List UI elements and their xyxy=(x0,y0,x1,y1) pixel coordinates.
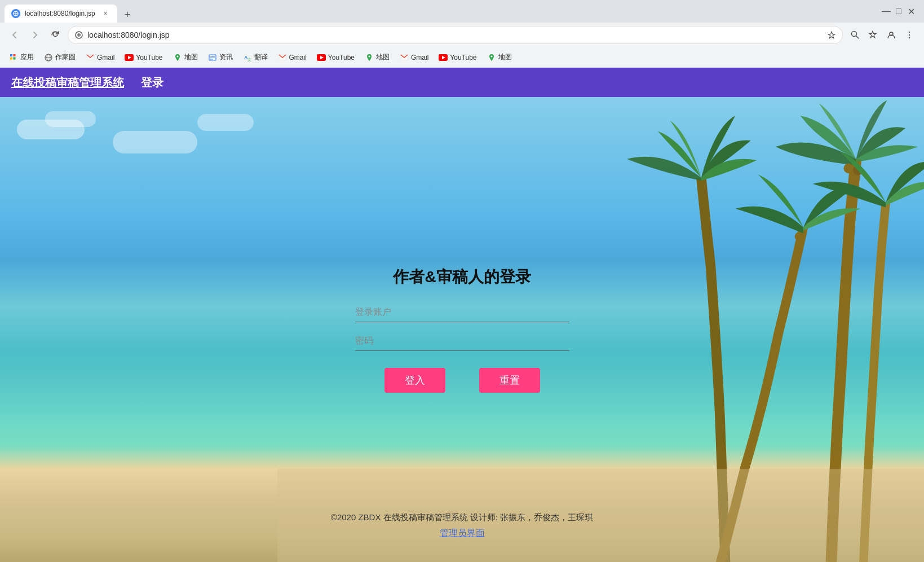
svg-point-33 xyxy=(490,55,492,57)
refresh-button[interactable] xyxy=(47,27,63,43)
maps-icon-1 xyxy=(173,53,182,62)
cloud-4 xyxy=(197,114,254,131)
youtube-icon-1 xyxy=(125,53,134,62)
browser-tab[interactable]: localhost:8080/login.jsp × xyxy=(5,5,117,23)
tab-title: localhost:8080/login.jsp xyxy=(25,10,96,17)
apps-icon xyxy=(9,53,18,62)
tab-bar: localhost:8080/login.jsp × + xyxy=(5,0,880,23)
bookmark-zuojia[interactable]: 作家圆 xyxy=(39,50,80,64)
bookmark-maps2[interactable]: 地图 xyxy=(360,50,394,64)
page-content: 在线投稿审稿管理系统 登录 xyxy=(0,68,924,562)
maps-icon-3 xyxy=(487,53,496,62)
gmail-icon-3 xyxy=(400,53,409,62)
bookmark-youtube2[interactable]: YouTube xyxy=(312,51,359,64)
form-buttons: 登入 重置 xyxy=(384,368,540,393)
username-input[interactable] xyxy=(355,305,569,319)
search-icon[interactable] xyxy=(847,27,863,43)
cloud-2 xyxy=(45,111,96,127)
profile-icon[interactable] xyxy=(883,27,899,43)
gmail-icon-2 xyxy=(278,53,287,62)
login-title: 作者&审稿人的登录 xyxy=(393,266,530,288)
maps-icon-2 xyxy=(365,53,374,62)
bookmark-fanyi[interactable]: A文 翻译 xyxy=(238,50,272,64)
svg-point-9 xyxy=(909,32,910,33)
svg-rect-13 xyxy=(14,54,16,56)
youtube-icon-2 xyxy=(317,53,326,62)
cloud-3 xyxy=(113,131,197,153)
gmail-icon-1 xyxy=(86,53,95,62)
bookmark-maps1[interactable]: 地图 xyxy=(169,50,202,64)
svg-point-10 xyxy=(909,34,910,36)
address-icons xyxy=(847,27,917,43)
bookmark-maps3[interactable]: 地图 xyxy=(483,50,516,64)
svg-line-7 xyxy=(856,36,859,39)
youtube-icon-3 xyxy=(439,53,448,62)
username-group xyxy=(355,305,569,322)
forward-button[interactable] xyxy=(27,27,43,43)
bookmark-icon[interactable] xyxy=(865,27,881,43)
bookmark-youtube3[interactable]: YouTube xyxy=(434,51,481,64)
svg-text:文: 文 xyxy=(247,58,251,62)
bookmark-zixun[interactable]: 资讯 xyxy=(204,50,237,64)
bookmark-star-icon[interactable] xyxy=(828,31,835,39)
menu-icon[interactable] xyxy=(901,27,917,43)
tab-close-button[interactable]: × xyxy=(100,8,110,19)
url-bar[interactable]: localhost:8080/login.jsp xyxy=(68,26,843,44)
close-window-button[interactable]: ✕ xyxy=(907,7,915,15)
svg-rect-12 xyxy=(10,54,12,56)
tab-favicon xyxy=(11,9,20,18)
site-title[interactable]: 在线投稿审稿管理系统 xyxy=(11,75,124,90)
svg-rect-14 xyxy=(10,57,12,59)
bookmarks-bar: 应用 作家圆 Gmail YouTube 地图 资讯 A文 xyxy=(0,47,924,68)
svg-point-36 xyxy=(794,232,803,241)
back-button[interactable] xyxy=(7,27,23,43)
bookmark-gmail3[interactable]: Gmail xyxy=(395,51,433,64)
svg-point-34 xyxy=(843,164,854,174)
site-info-icon xyxy=(75,31,83,39)
url-text: localhost:8080/login.jsp xyxy=(87,30,823,39)
svg-rect-15 xyxy=(14,57,16,59)
page-footer: ©2020 ZBDX 在线投稿审稿管理系统 设计师: 张振东，乔俊杰，王琛琪 管… xyxy=(0,512,924,539)
main-content: 作者&审稿人的登录 登入 重置 ©2020 ZBDX 在线投稿审稿管理系统 设计… xyxy=(0,97,924,562)
bookmark-gmail2[interactable]: Gmail xyxy=(273,51,311,64)
copyright-text: ©2020 ZBDX 在线投稿审稿管理系统 设计师: 张振东，乔俊杰，王琛琪 xyxy=(0,512,924,523)
site-nav: 在线投稿审稿管理系统 登录 xyxy=(0,68,924,97)
nav-login-link[interactable]: 登录 xyxy=(141,75,163,90)
svg-point-30 xyxy=(369,55,370,57)
translate-icon: A文 xyxy=(243,53,252,62)
login-container: 作者&审稿人的登录 登入 重置 xyxy=(355,266,569,393)
admin-link[interactable]: 管理员界面 xyxy=(0,528,924,539)
password-group xyxy=(355,333,569,351)
title-bar: localhost:8080/login.jsp × + — □ ✕ xyxy=(0,0,924,23)
password-input[interactable] xyxy=(355,333,569,348)
bookmark-youtube1[interactable]: YouTube xyxy=(120,51,167,64)
minimize-button[interactable]: — xyxy=(882,7,890,15)
maximize-button[interactable]: □ xyxy=(895,7,903,15)
news-icon xyxy=(208,53,217,62)
address-bar: localhost:8080/login.jsp xyxy=(0,23,924,47)
globe-icon xyxy=(44,53,53,62)
bookmark-gmail1[interactable]: Gmail xyxy=(81,51,119,64)
svg-point-21 xyxy=(176,55,178,57)
login-button[interactable]: 登入 xyxy=(384,368,445,393)
reset-button[interactable]: 重置 xyxy=(479,368,540,393)
bookmark-apps[interactable]: 应用 xyxy=(5,50,38,64)
svg-point-11 xyxy=(909,37,910,38)
window-controls: — □ ✕ xyxy=(882,7,919,15)
new-tab-button[interactable]: + xyxy=(120,7,135,23)
